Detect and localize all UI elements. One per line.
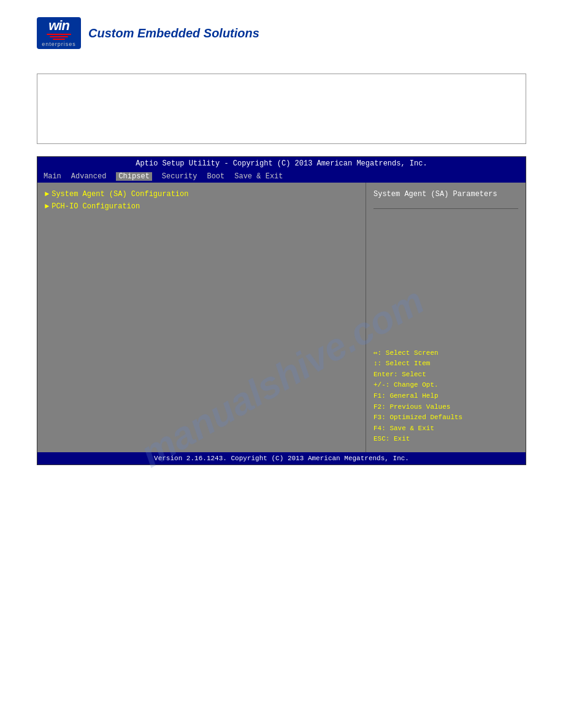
logo-enterprises-text: enterprises xyxy=(42,41,76,47)
bios-main-area: ► System Agent (SA) Configuration ► PCH-… xyxy=(37,183,526,452)
shortcut-select-item: ↕: Select Item xyxy=(373,358,518,370)
bios-right-panel: System Agent (SA) Parameters ⇔: Select S… xyxy=(366,183,526,452)
bios-help-divider xyxy=(373,208,518,209)
bios-item-system-agent[interactable]: ► System Agent (SA) Configuration xyxy=(45,190,358,199)
shortcut-f2: F2: Previous Values xyxy=(373,402,518,413)
page: manualshive.com win enterprises Custom E… xyxy=(0,0,563,728)
bios-menu-save-exit[interactable]: Save & Exit xyxy=(234,172,283,181)
bios-menu-main[interactable]: Main xyxy=(44,172,61,181)
shortcut-enter: Enter: Select xyxy=(373,370,518,381)
top-section: win enterprises Custom Embedded Solution… xyxy=(0,0,563,61)
bios-menu-boot[interactable]: Boot xyxy=(207,172,224,181)
arrow-icon-2: ► xyxy=(45,202,49,211)
win-text: win xyxy=(48,19,69,32)
doc-frame xyxy=(37,74,526,144)
bios-menu-security[interactable]: Security xyxy=(162,172,197,181)
logo-box: win enterprises xyxy=(37,17,81,49)
bios-footer: Version 2.16.1243. Copyright (C) 2013 Am… xyxy=(37,452,526,464)
shortcut-f3: F3: Optimized Defaults xyxy=(373,412,518,423)
bios-help-text: System Agent (SA) Parameters xyxy=(373,190,518,199)
bios-menubar: Main Advanced Chipset Security Boot Save… xyxy=(37,170,526,183)
logo-line-3 xyxy=(53,39,65,40)
shortcut-select-screen: ⇔: Select Screen xyxy=(373,348,518,359)
logo-area: win enterprises Custom Embedded Solution… xyxy=(37,17,526,49)
logo-line-2 xyxy=(50,36,68,37)
shortcut-f4: F4: Save & Exit xyxy=(373,423,518,434)
bios-item-system-agent-label: System Agent (SA) Configuration xyxy=(52,190,188,199)
bios-menu-advanced[interactable]: Advanced xyxy=(71,172,107,181)
bios-container: Aptio Setup Utility - Copyright (C) 2013… xyxy=(37,156,526,465)
bios-menu-chipset[interactable]: Chipset xyxy=(116,172,151,181)
bios-left-panel: ► System Agent (SA) Configuration ► PCH-… xyxy=(37,183,366,452)
shortcut-esc: ESC: Exit xyxy=(373,434,518,445)
arrow-icon-1: ► xyxy=(45,190,49,199)
shortcut-change-opt: +/-: Change Opt. xyxy=(373,380,518,391)
bios-title: Aptio Setup Utility - Copyright (C) 2013… xyxy=(37,157,526,170)
logo-subtitle: Custom Embedded Solutions xyxy=(88,26,259,40)
logo-line-1 xyxy=(47,34,71,35)
bios-item-pch-io[interactable]: ► PCH-IO Configuration xyxy=(45,202,358,211)
logo-lines-decoration xyxy=(47,34,71,40)
bios-shortcuts: ⇔: Select Screen ↕: Select Item Enter: S… xyxy=(373,348,518,445)
bios-item-pch-io-label: PCH-IO Configuration xyxy=(52,202,140,211)
shortcut-f1: F1: General Help xyxy=(373,391,518,402)
